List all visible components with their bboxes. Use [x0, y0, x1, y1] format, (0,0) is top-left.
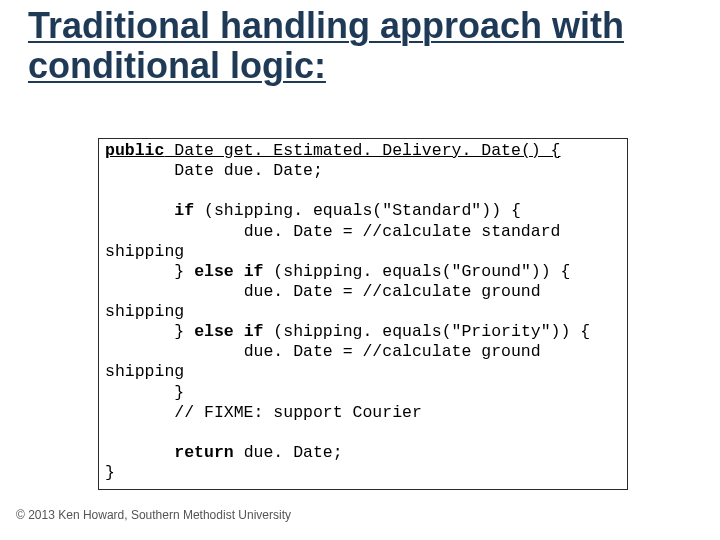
code-line: }: [105, 383, 184, 402]
copyright-footer: © 2013 Ken Howard, Southern Methodist Un…: [16, 508, 291, 522]
sig-rest: Date get. Estimated. Delivery. Date() {: [164, 141, 560, 160]
kw-public: public: [105, 141, 164, 160]
code-line: if (shipping. equals("Standard")) {: [105, 201, 521, 220]
code-line: due. Date = //calculate ground shipping: [105, 342, 551, 381]
code-line: due. Date = //calculate standard shippin…: [105, 222, 570, 261]
code-line: due. Date = //calculate ground shipping: [105, 282, 551, 321]
code-line: // FIXME: support Courier: [105, 403, 422, 422]
kw-if: if: [174, 201, 194, 220]
code-line: } else if (shipping. equals("Priority"))…: [105, 322, 590, 341]
kw-elseif: else if: [194, 262, 263, 281]
code-line: Date due. Date;: [105, 161, 323, 180]
slide-title: Traditional handling approach with condi…: [28, 6, 692, 85]
slide: Traditional handling approach with condi…: [0, 0, 720, 540]
kw-return: return: [174, 443, 233, 462]
code-signature: public Date get. Estimated. Delivery. Da…: [105, 141, 561, 160]
code-line: } else if (shipping. equals("Ground")) {: [105, 262, 570, 281]
code-line: }: [105, 463, 115, 482]
code-line: return due. Date;: [105, 443, 343, 462]
kw-elseif: else if: [194, 322, 263, 341]
code-block: public Date get. Estimated. Delivery. Da…: [98, 138, 628, 490]
